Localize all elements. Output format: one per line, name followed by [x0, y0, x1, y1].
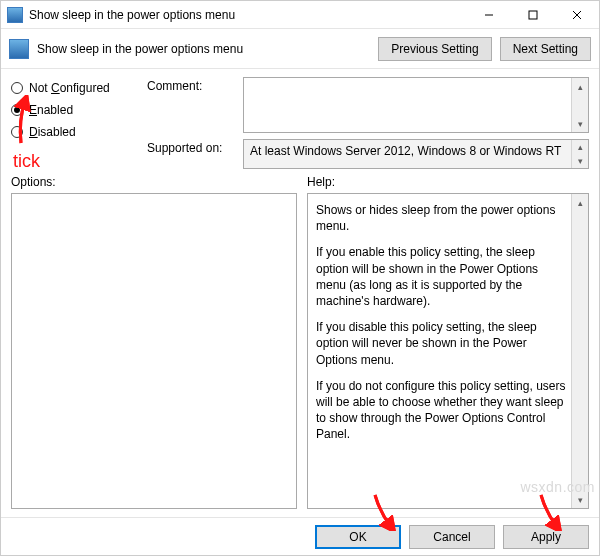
radio-indicator	[11, 126, 23, 138]
comment-textarea[interactable]: ▴ ▾	[243, 77, 589, 133]
close-button[interactable]	[555, 1, 599, 29]
scroll-down-icon[interactable]: ▾	[572, 154, 588, 168]
help-paragraph: If you do not configure this policy sett…	[316, 378, 566, 443]
setting-icon	[9, 39, 29, 59]
config-row: Not Configured Enabled Disabled Comment:…	[11, 77, 589, 169]
help-pane: Help: Shows or hides sleep from the powe…	[307, 175, 589, 509]
help-paragraph: Shows or hides sleep from the power opti…	[316, 202, 566, 234]
comment-row: Comment: ▴ ▾	[147, 77, 589, 133]
mid-panes: Options: Help: Shows or hides sleep from…	[11, 175, 589, 509]
scrollbar[interactable]: ▴ ▾	[571, 194, 588, 508]
scroll-down-icon[interactable]: ▾	[572, 115, 588, 132]
radio-indicator	[11, 104, 23, 116]
options-pane: Options:	[11, 175, 297, 509]
help-paragraph: If you enable this policy setting, the s…	[316, 244, 566, 309]
scrollbar[interactable]: ▴ ▾	[571, 78, 588, 132]
minimize-button[interactable]	[467, 1, 511, 29]
help-content: Shows or hides sleep from the power opti…	[308, 194, 588, 460]
radio-disabled[interactable]: Disabled	[11, 125, 139, 139]
maximize-button[interactable]	[511, 1, 555, 29]
help-box[interactable]: Shows or hides sleep from the power opti…	[307, 193, 589, 509]
radio-not-configured[interactable]: Not Configured	[11, 81, 139, 95]
cancel-button[interactable]: Cancel	[409, 525, 495, 549]
setting-title: Show sleep in the power options menu	[37, 42, 243, 56]
radio-group: Not Configured Enabled Disabled	[11, 77, 139, 169]
svg-rect-1	[529, 11, 537, 19]
dialog-body: Not Configured Enabled Disabled Comment:…	[1, 69, 599, 517]
next-setting-button[interactable]: Next Setting	[500, 37, 591, 61]
options-label: Options:	[11, 175, 297, 189]
radio-label: Disabled	[29, 125, 76, 139]
scroll-up-icon[interactable]: ▴	[572, 194, 588, 211]
window-title: Show sleep in the power options menu	[29, 8, 467, 22]
watermark: wsxdn.com	[520, 479, 595, 495]
supported-value: At least Windows Server 2012, Windows 8 …	[250, 144, 561, 158]
previous-setting-button[interactable]: Previous Setting	[378, 37, 491, 61]
header-row: Show sleep in the power options menu Pre…	[1, 29, 599, 69]
scroll-up-icon[interactable]: ▴	[572, 140, 588, 154]
titlebar: Show sleep in the power options menu	[1, 1, 599, 29]
supported-label: Supported on:	[147, 139, 237, 155]
supported-row: Supported on: At least Windows Server 20…	[147, 139, 589, 169]
supported-value-box: At least Windows Server 2012, Windows 8 …	[243, 139, 589, 169]
app-icon	[7, 7, 23, 23]
radio-indicator	[11, 82, 23, 94]
scroll-up-icon[interactable]: ▴	[572, 78, 588, 95]
gpo-editor-dialog: Show sleep in the power options menu Sho…	[0, 0, 600, 556]
radio-enabled[interactable]: Enabled	[11, 103, 139, 117]
help-paragraph: If you disable this policy setting, the …	[316, 319, 566, 368]
meta-fields: Comment: ▴ ▾ Supported on: At least Wind…	[147, 77, 589, 169]
ok-button[interactable]: OK	[315, 525, 401, 549]
apply-button[interactable]: Apply	[503, 525, 589, 549]
radio-label: Enabled	[29, 103, 73, 117]
dialog-footer: OK Cancel Apply	[1, 517, 599, 555]
radio-label: Not Configured	[29, 81, 110, 95]
help-label: Help:	[307, 175, 589, 189]
options-box[interactable]	[11, 193, 297, 509]
comment-label: Comment:	[147, 77, 237, 93]
scrollbar[interactable]: ▴ ▾	[571, 140, 588, 168]
